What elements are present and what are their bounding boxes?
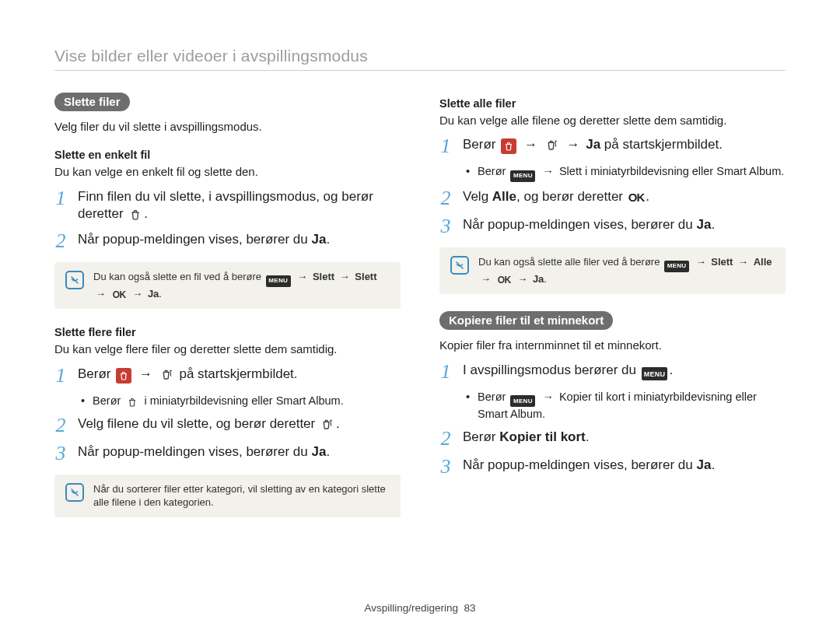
step-number: 1 bbox=[54, 188, 67, 208]
ok-icon: OK bbox=[113, 289, 126, 301]
breadcrumb: Vise bilder eller videoer i avspillingsm… bbox=[54, 47, 786, 65]
copy-step-1: 1 I avspillingsmodus berører du MENU. bbox=[439, 362, 786, 382]
left-column: Slette filer Velg filer du vil slette i … bbox=[54, 93, 401, 534]
text: Berør bbox=[93, 394, 124, 407]
note-box: Når du sorterer filer etter kategori, vi… bbox=[54, 475, 401, 517]
text-bold: Ja bbox=[311, 444, 326, 459]
text: Berør bbox=[78, 366, 114, 381]
step-number: 1 bbox=[439, 136, 452, 156]
copy-step-3: 3 Når popup-meldingen vises, berører du … bbox=[439, 457, 786, 477]
bullet-icon bbox=[466, 164, 470, 180]
text: . bbox=[646, 189, 649, 204]
section-chip-kopiere: Kopiere filer til et minnekort bbox=[439, 311, 613, 330]
bullet-icon bbox=[81, 394, 85, 409]
step-text: Velg filene du vil slette, og berør dere… bbox=[78, 415, 401, 433]
step-text: Når popup-meldingen vises, berører du Ja… bbox=[463, 457, 786, 475]
footer-page-number: 83 bbox=[464, 602, 476, 614]
arrow-icon: → bbox=[96, 288, 106, 299]
step-text: Når popup-meldingen vises, berører du Ja… bbox=[78, 443, 401, 461]
text: i miniatyrbildevisning eller Smart Album… bbox=[144, 394, 343, 407]
arrow-icon: → bbox=[517, 273, 527, 285]
all-step-3: 3 Når popup-meldingen vises, berører du … bbox=[439, 216, 786, 236]
text: Berør bbox=[463, 429, 499, 444]
step-text: Når popup-meldingen vises, berører du Ja… bbox=[78, 231, 401, 249]
bullet-icon bbox=[466, 390, 470, 405]
step-text: Berør → → Ja på startskjermbildet. bbox=[463, 136, 786, 154]
step-number: 2 bbox=[439, 429, 452, 449]
step-number: 3 bbox=[439, 216, 452, 236]
trash-icon bbox=[128, 208, 142, 222]
text-bold: Alle bbox=[492, 189, 516, 204]
multi-bullet: Berør i miniatyrbildevisning eller Smart… bbox=[81, 394, 401, 409]
intro-text: Velg filer du vil slette i avspillingsmo… bbox=[54, 119, 401, 135]
trash-icon bbox=[125, 395, 139, 409]
text: Berør bbox=[478, 391, 509, 403]
trash-red-icon bbox=[501, 138, 516, 154]
arrow-icon: → bbox=[297, 271, 307, 282]
info-icon bbox=[450, 256, 469, 275]
menu-icon: MENU bbox=[510, 170, 535, 182]
footer-section: Avspilling/redigering bbox=[364, 602, 458, 614]
arrow-icon: → bbox=[542, 165, 554, 177]
text-bold: Slett bbox=[355, 271, 376, 282]
trash-red-icon bbox=[116, 368, 131, 384]
section-chip-slette-filer: Slette filer bbox=[54, 93, 130, 111]
text: Velg filene du vil slette, og berør dere… bbox=[78, 416, 319, 431]
text: Berør bbox=[478, 165, 509, 177]
single-step-2: 2 Når popup-meldingen vises, berører du … bbox=[54, 231, 401, 251]
text: Når popup-meldingen vises, berører du bbox=[78, 232, 311, 247]
arrow-icon: → bbox=[139, 366, 152, 381]
arrow-icon: → bbox=[738, 256, 748, 268]
subheading-single: Slette en enkelt fil bbox=[54, 149, 401, 161]
note-text: Du kan også slette en fil ved å berøre M… bbox=[93, 270, 390, 301]
text-bold: Ja bbox=[148, 288, 159, 299]
copy-desc: Kopier filer fra internminnet til et min… bbox=[439, 338, 786, 353]
menu-icon: MENU bbox=[642, 367, 668, 380]
text-bold: Ja bbox=[586, 137, 600, 152]
subheading-all: Slette alle filer bbox=[439, 97, 786, 110]
arrow-icon: → bbox=[542, 391, 554, 403]
text: Når popup-meldingen vises, berører du bbox=[463, 457, 696, 472]
text-bold: Kopier til kort bbox=[499, 429, 586, 444]
arrow-icon: → bbox=[524, 137, 537, 152]
arrow-icon: → bbox=[566, 137, 579, 152]
text-bold: Alle bbox=[754, 256, 772, 268]
arrow-icon: → bbox=[696, 256, 706, 268]
text-bold: Ja bbox=[533, 273, 544, 285]
info-icon bbox=[65, 483, 84, 502]
arrow-icon: → bbox=[132, 288, 142, 299]
text: Når popup-meldingen vises, berører du bbox=[463, 217, 696, 232]
text: Finn filen du vil slette, i avspillingsm… bbox=[78, 189, 373, 222]
text: i miniatyrbildevisning eller Smart Album… bbox=[585, 165, 784, 177]
text: . bbox=[711, 217, 715, 232]
note-box: Du kan også slette alle filer ved å berø… bbox=[439, 247, 786, 294]
text-bold: Slett bbox=[313, 271, 334, 282]
text: Du kan også slette alle filer ved å berø… bbox=[478, 256, 663, 268]
trash-multi-icon bbox=[545, 138, 559, 152]
trash-multi-icon bbox=[320, 417, 334, 431]
step-text: I avspillingsmodus berører du MENU. bbox=[463, 362, 786, 381]
multi-desc: Du kan velge flere filer og deretter sle… bbox=[54, 342, 401, 357]
text: . bbox=[144, 206, 148, 221]
text-bold: Ja bbox=[696, 217, 711, 232]
text: , og berør deretter bbox=[516, 189, 627, 204]
bullet-text: Berør MENU → Kopier til kort i miniatyrb… bbox=[478, 390, 786, 422]
step-text: Berør Kopier til kort. bbox=[463, 429, 786, 447]
all-bullet: Berør MENU → Slett i miniatyrbildevisnin… bbox=[466, 164, 786, 182]
bullet-text: Berør MENU → Slett i miniatyrbildevisnin… bbox=[478, 164, 784, 182]
menu-icon: MENU bbox=[510, 395, 535, 407]
step-number: 3 bbox=[54, 443, 67, 464]
text-bold: Ja bbox=[696, 457, 711, 472]
text: . bbox=[326, 444, 330, 459]
step-number: 2 bbox=[439, 188, 452, 208]
text: . bbox=[669, 363, 673, 377]
text: Når popup-meldingen vises, berører du bbox=[78, 444, 311, 459]
right-column: Slette alle filer Du kan velge alle file… bbox=[439, 93, 786, 534]
multi-step-2: 2 Velg filene du vil slette, og berør de… bbox=[54, 415, 401, 436]
note-text: Du kan også slette alle filer ved å berø… bbox=[478, 255, 775, 286]
all-step-2: 2 Velg Alle, og berør deretter OK. bbox=[439, 188, 786, 208]
text-bold: Ja bbox=[311, 232, 326, 247]
subheading-multi: Slette flere filer bbox=[54, 326, 401, 338]
info-icon bbox=[65, 271, 84, 289]
divider bbox=[54, 70, 786, 71]
